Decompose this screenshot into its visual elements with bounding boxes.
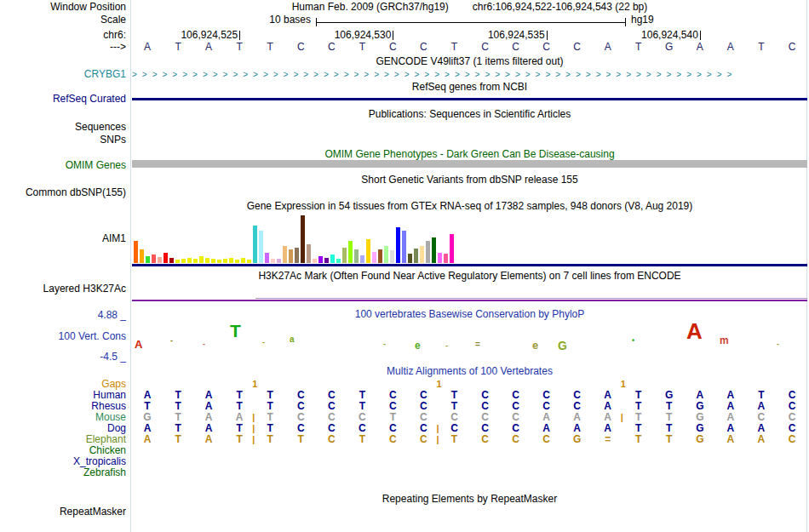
gtex-bar[interactable] — [384, 246, 388, 263]
h3k27ac-signal-light[interactable] — [255, 298, 807, 299]
genome-browser: Window Position Human Feb. 2009 (GRCh37/… — [0, 0, 809, 532]
alignment-row-dog[interactable]: ATATTCCCCCCCCAAATTGAAC|| — [132, 423, 807, 434]
alignment-row-x_tropicalis[interactable] — [132, 456, 807, 467]
gtex-bar[interactable] — [223, 259, 227, 263]
track-label-sequences[interactable]: Sequences — [0, 122, 126, 133]
gtex-bar[interactable] — [253, 226, 257, 263]
gene-strand-arrows[interactable]: >>>>>>>>>>>>>>>>>>>>>>>>>>>>>>>>>>>>>>>>… — [132, 69, 807, 80]
gtex-bar[interactable] — [211, 259, 215, 263]
alignment-row-gaps[interactable]: 111 — [132, 379, 807, 390]
strand-label[interactable]: ---> — [0, 42, 126, 53]
gtex-baseline[interactable] — [132, 264, 807, 266]
alignment-row-human[interactable]: ATATTCCTCCTCCCCATGAATC — [132, 390, 807, 401]
gtex-bar[interactable] — [450, 234, 454, 263]
gtex-bar[interactable] — [164, 253, 168, 263]
insert-marker: | — [621, 412, 623, 423]
track-header-publications: Publications: Sequences in Scientific Ar… — [132, 109, 807, 120]
alignment-row-mouse[interactable]: GTAATCCCTCCCCAAATTGACC|| — [132, 412, 807, 423]
gtex-bar[interactable] — [146, 256, 150, 263]
gtex-bar[interactable] — [390, 250, 394, 263]
gtex-bar[interactable] — [366, 239, 370, 263]
gtex-bar[interactable] — [181, 259, 186, 263]
track-label-conservation[interactable]: 100 Vert. Cons — [0, 331, 126, 342]
gtex-bar[interactable] — [283, 246, 287, 263]
track-label-refseq-curated[interactable]: RefSeq Curated — [0, 94, 126, 105]
gtex-bar[interactable] — [217, 260, 221, 263]
track-label-snps[interactable]: SNPs — [0, 134, 126, 146]
alignment-row-zebrafish[interactable] — [132, 467, 807, 478]
alignment-row-rhesus[interactable]: TTATTCCTCCTCCCCATTGAAC — [132, 401, 807, 412]
gtex-bar[interactable] — [199, 256, 204, 263]
track-label-h3k27ac[interactable]: Layered H3K27Ac — [0, 283, 126, 295]
gtex-bar[interactable] — [235, 260, 239, 263]
gtex-bar[interactable] — [438, 253, 442, 263]
gtex-bar[interactable] — [414, 249, 418, 263]
gtex-bar[interactable] — [229, 258, 233, 263]
gtex-bar[interactable] — [360, 255, 364, 263]
gtex-bar[interactable] — [271, 259, 275, 263]
gtex-bar[interactable] — [313, 259, 317, 263]
gtex-bar[interactable] — [295, 248, 299, 263]
coordinate-ruler[interactable]: 106,924,525106,924,530106,924,535106,924… — [132, 30, 807, 42]
alignment-row-elephant[interactable]: ATATTTCTCCTCCCG=TTGAAC|| — [132, 434, 807, 445]
gtex-bar[interactable] — [152, 255, 156, 263]
aligned-base: T — [347, 434, 377, 445]
gtex-bar[interactable] — [330, 255, 335, 263]
alignment-row-chicken[interactable] — [132, 445, 807, 456]
gtex-bar[interactable] — [378, 249, 382, 263]
gtex-bar[interactable] — [205, 258, 209, 263]
gtex-bar[interactable] — [408, 254, 412, 263]
track-label-repeatmasker[interactable]: RepeatMasker — [0, 506, 126, 518]
gtex-bar[interactable] — [169, 258, 174, 263]
species-label-zebrafish[interactable]: Zebrafish — [0, 467, 126, 478]
gtex-bar[interactable] — [324, 258, 329, 263]
aligned-base: A — [193, 434, 224, 445]
insert-marker: | — [252, 412, 255, 423]
track-label-crybg1[interactable]: CRYBG1 — [0, 69, 126, 80]
gtex-bar[interactable] — [444, 254, 448, 263]
gtex-bar[interactable] — [158, 257, 162, 263]
base-letter: C — [285, 42, 316, 53]
conservation-wiggle[interactable]: A--T-a-e-=eG•Am- — [132, 320, 807, 359]
gtex-bar[interactable] — [342, 248, 347, 263]
h3k27ac-signal[interactable] — [132, 300, 807, 301]
gtex-bar[interactable] — [420, 246, 424, 263]
gtex-bar[interactable] — [318, 256, 323, 263]
gtex-bar[interactable] — [432, 237, 436, 263]
gtex-bar[interactable] — [396, 227, 400, 263]
aligned-base: A — [132, 434, 163, 445]
track-label-aim1[interactable]: AIM1 — [0, 233, 126, 244]
gtex-bar[interactable] — [289, 249, 293, 263]
base-letter: A — [193, 42, 224, 53]
gtex-bar[interactable] — [259, 231, 263, 263]
base-letter: T — [163, 42, 193, 53]
track-label-common-dbsnp[interactable]: Common dbSNP(155) — [0, 187, 126, 198]
gtex-bar[interactable] — [277, 259, 281, 263]
gtex-bar[interactable] — [265, 253, 269, 263]
conservation-glyph: = — [475, 340, 480, 349]
track-label-omim-genes[interactable]: OMIM Genes — [0, 160, 126, 171]
conservation-min-value: -4.5 _ — [0, 352, 126, 363]
gtex-bar[interactable] — [247, 260, 251, 263]
refseq-gene-bar[interactable] — [132, 98, 807, 100]
gtex-bar[interactable] — [307, 244, 311, 263]
gtex-expression-chart[interactable] — [132, 213, 807, 263]
gtex-bar[interactable] — [336, 259, 341, 263]
reference-sequence[interactable]: ATATTCCTCCTCCCCATGAATC — [132, 42, 807, 54]
omim-gene-bar[interactable] — [132, 160, 807, 168]
gtex-bar[interactable] — [140, 249, 144, 263]
gtex-bar[interactable] — [348, 241, 353, 263]
gtex-bar[interactable] — [187, 258, 192, 263]
gtex-bar[interactable] — [175, 260, 180, 263]
gtex-bar[interactable] — [241, 258, 245, 263]
conservation-glyph: • — [632, 337, 634, 345]
gtex-bar[interactable] — [372, 252, 376, 263]
gtex-bar[interactable] — [193, 259, 198, 263]
insert-marker: | — [436, 434, 439, 445]
gtex-bar[interactable] — [134, 241, 138, 263]
gtex-bar[interactable] — [354, 249, 359, 263]
gtex-bar[interactable] — [301, 215, 305, 263]
gtex-bar[interactable] — [426, 241, 430, 263]
gtex-bar[interactable] — [402, 231, 406, 263]
base-letter: T — [347, 42, 377, 53]
